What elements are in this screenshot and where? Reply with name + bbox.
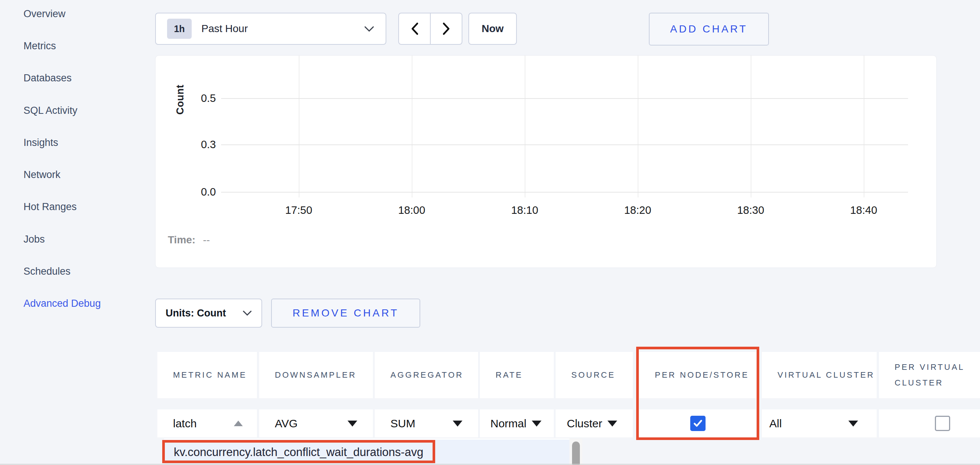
column-header-metric-name: METRIC NAME [158, 352, 257, 398]
rate-value: Normal [490, 417, 527, 430]
metric-dropdown-option[interactable]: kv.concurrency.latch_conflict_wait_durat… [164, 439, 570, 465]
downsampler-select[interactable]: AVG [259, 409, 373, 437]
metric-name-dropdown: kv.concurrency.latch_conflict_wait_durat… [164, 438, 582, 465]
chevron-down-icon [364, 26, 374, 32]
gridline [221, 144, 908, 145]
x-tick: 18:40 [850, 204, 877, 216]
sidebar-item-insights[interactable]: Insights [24, 126, 135, 158]
x-tick: 18:20 [624, 204, 651, 216]
gridline [299, 56, 299, 197]
next-time-button[interactable] [430, 13, 462, 45]
sidebar-item-sql-activity[interactable]: SQL Activity [24, 94, 135, 126]
time-range-selector[interactable]: 1h Past Hour [155, 13, 387, 45]
x-tick: 18:30 [737, 204, 764, 216]
x-tick: 18:10 [511, 204, 538, 216]
prev-time-button[interactable] [398, 13, 430, 45]
column-header-virtual-cluster: VIRTUAL CLUSTER [762, 352, 877, 398]
metric-name-value: latch [173, 417, 197, 430]
now-button[interactable]: Now [468, 13, 517, 45]
divider [0, 464, 980, 465]
gridline [221, 98, 908, 99]
chevron-left-icon [410, 22, 420, 35]
chevron-right-icon [442, 22, 451, 35]
sidebar-item-network[interactable]: Network [24, 158, 135, 191]
virtual-cluster-select[interactable]: All [762, 409, 877, 437]
time-nav-arrows [398, 13, 462, 45]
downsampler-value: AVG [275, 417, 298, 430]
sidebar-item-jobs[interactable]: Jobs [24, 223, 135, 255]
gridline [864, 56, 864, 197]
metric-name-input[interactable]: latch [158, 409, 257, 437]
gridline [638, 56, 638, 197]
source-value: Cluster [567, 417, 602, 430]
chart-card: Count 0.5 0.3 0.0 17:50 18:00 18:10 18:2… [155, 55, 937, 268]
gridline [751, 56, 751, 197]
y-tick: 0.0 [163, 186, 216, 198]
y-tick: 0.5 [163, 92, 216, 104]
column-header-aggregator: AGGREGATOR [375, 352, 478, 398]
sidebar-item-databases[interactable]: Databases [24, 62, 135, 94]
rate-select[interactable]: Normal [480, 409, 554, 437]
triangle-down-icon [453, 420, 462, 427]
y-tick: 0.3 [163, 139, 216, 151]
time-readout-value: -- [203, 234, 210, 246]
gridline [525, 56, 525, 197]
aggregator-value: SUM [390, 417, 415, 430]
column-header-per-node-store: PER NODE/STORE [639, 352, 756, 398]
sidebar-item-advanced-debug[interactable]: Advanced Debug [24, 288, 135, 320]
units-select[interactable]: Units: Count [155, 299, 262, 328]
check-icon [692, 418, 703, 429]
per-virtual-cluster-checkbox[interactable] [935, 416, 950, 431]
time-readout-label: Time: [168, 234, 196, 246]
triangle-down-icon [848, 420, 858, 427]
virtual-cluster-value: All [769, 417, 782, 430]
per-node-store-checkbox[interactable] [690, 416, 706, 431]
source-select[interactable]: Cluster [556, 409, 633, 437]
aggregator-select[interactable]: SUM [375, 409, 478, 437]
chevron-down-icon [243, 310, 252, 316]
time-range-badge: 1h [167, 19, 192, 39]
dropdown-scrollbar-thumb[interactable] [572, 441, 580, 465]
time-readout: Time:-- [168, 234, 210, 246]
sidebar-item-overview[interactable]: Overview [24, 0, 135, 30]
gridline [221, 192, 908, 193]
triangle-down-icon [608, 420, 617, 427]
per-virtual-cluster-cell [879, 409, 980, 437]
sidebar: Overview Metrics Databases SQL Activity … [24, 0, 135, 320]
column-header-per-virtual-cluster: PER VIRTUAL CLUSTER [879, 352, 980, 398]
gridline [412, 56, 412, 197]
triangle-down-icon [348, 420, 357, 427]
triangle-down-icon [532, 420, 541, 427]
time-range-label: Past Hour [201, 23, 364, 35]
dropdown-scrollbar[interactable] [570, 438, 582, 465]
sidebar-item-schedules[interactable]: Schedules [24, 255, 135, 288]
sidebar-item-hot-ranges[interactable]: Hot Ranges [24, 191, 135, 223]
triangle-up-icon [234, 420, 243, 426]
x-tick: 17:50 [285, 204, 312, 216]
column-header-rate: RATE [480, 352, 554, 398]
x-tick: 18:00 [398, 204, 425, 216]
add-chart-button[interactable]: ADD CHART [649, 13, 769, 46]
column-header-source: SOURCE [556, 352, 633, 398]
column-header-downsampler: DOWNSAMPLER [259, 352, 373, 398]
remove-chart-button[interactable]: REMOVE CHART [271, 299, 420, 328]
units-select-label: Units: Count [165, 307, 226, 319]
sidebar-item-metrics[interactable]: Metrics [24, 30, 135, 62]
per-node-store-cell [639, 409, 756, 437]
